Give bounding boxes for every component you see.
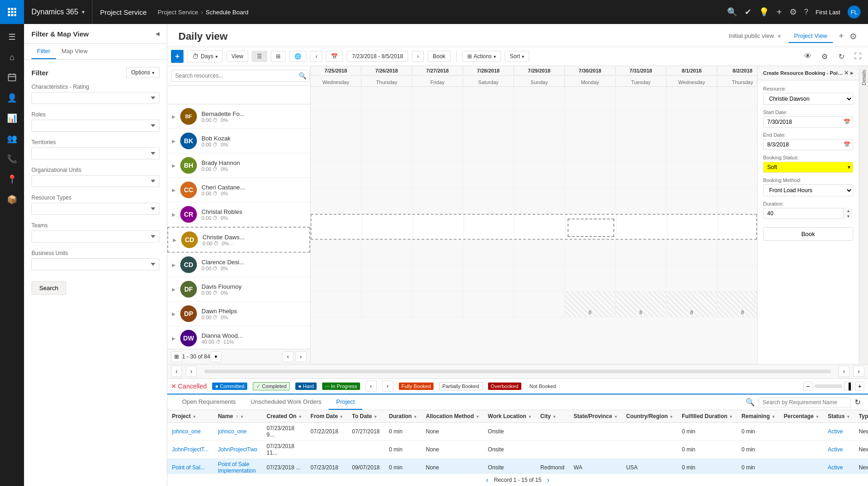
status-link[interactable]: Active [828,464,843,471]
col-created-filter-icon[interactable]: ▾ [299,414,301,419]
booking-status-chevron-icon[interactable]: ▾ [848,164,850,170]
waffle-button[interactable] [0,0,24,24]
booking-method-select[interactable]: Front Load Hours [763,184,853,196]
add-view-tab[interactable]: + [835,30,848,43]
col-to-date[interactable]: To Date ▾ [347,410,384,423]
tab-map-view[interactable]: Map View [56,44,93,59]
col-alloc-method[interactable]: Allocation Method ▾ [421,410,483,423]
filter-teams-select[interactable] [31,231,159,243]
col-remaining[interactable]: Remaining ▾ [737,410,779,423]
sidebar-contacts-icon[interactable]: 👤 [2,89,22,107]
search-button[interactable]: Search [31,281,66,295]
expand-arrow-icon[interactable]: ▶ [172,336,176,341]
collapse-button[interactable]: ▾ [210,351,221,362]
booking-panel-expand-icon[interactable]: ▸ [850,70,853,76]
requirement-search-input[interactable] [758,397,851,407]
project-link[interactable]: JohnProjectT... [172,446,208,453]
sidebar-box-icon[interactable]: 📦 [2,190,22,209]
resource-item[interactable]: ▶ BK Bob Kozak 0:00 ⏱ 0% [167,129,310,153]
sort-button[interactable]: Sort ▾ [505,51,529,62]
col-city-filter-icon[interactable]: ▾ [553,414,556,419]
view-button[interactable]: View [226,51,249,62]
view-settings-icon[interactable]: ⚙ [850,31,857,42]
next-record-btn[interactable]: › [545,476,551,484]
close-initial-public-view[interactable]: ✕ [777,34,781,39]
col-work-filter-icon[interactable]: ▾ [529,414,531,419]
calendar-end-icon[interactable]: 📅 [844,141,850,148]
filter-options-button[interactable]: Options ▾ [126,67,159,78]
name-link[interactable]: JohnProjectTwo [218,446,257,453]
col-from-filter-icon[interactable]: ▾ [340,414,342,419]
details-label[interactable]: Details [861,70,867,85]
expand-arrow-icon[interactable]: ▶ [172,262,176,267]
actions-button[interactable]: ⊞ Actions ▾ [462,51,501,62]
expand-button[interactable]: ⛶ [851,50,864,63]
next-legend-btn[interactable]: › [382,381,393,392]
next-page-nav-btn[interactable]: › [853,366,864,377]
sidebar-chart-icon[interactable]: 📊 [2,109,22,128]
booking-panel-close-icon[interactable]: ✕ [844,70,849,76]
globe-view-button[interactable]: 🌐 [289,51,306,62]
lightbulb-icon[interactable]: 💡 [759,7,769,17]
col-to-filter-icon[interactable]: ▾ [374,414,377,419]
list-view-button[interactable]: ☰ [252,51,267,62]
resource-item[interactable]: ▶ DF Davis Flournoy 0:00 ⏱ 0% [167,277,310,302]
name-link[interactable]: Point of Sale Implementation [218,461,256,474]
col-from-date[interactable]: From Date ▾ [306,410,348,423]
col-city[interactable]: City ▾ [536,410,569,423]
add-icon[interactable]: + [776,7,782,18]
expand-arrow-icon[interactable]: ▶ [172,114,176,119]
col-state[interactable]: State/Province ▾ [569,410,622,423]
col-type[interactable]: Type ▾ [854,410,868,423]
calendar-button[interactable]: 📅 [326,51,343,62]
refresh-button[interactable]: ↻ [835,50,848,63]
tab-initial-public-view[interactable]: Initial public view ✕ [723,30,787,43]
col-state-filter-icon[interactable]: ▾ [615,414,617,419]
tab-open-requirements[interactable]: Open Requirements [175,395,243,410]
zoom-in-plus-btn[interactable]: + [855,382,864,391]
table-row-selected[interactable]: Point of Sal... Point of Sale Implementa… [167,459,868,474]
sidebar-menu-icon[interactable]: ☰ [2,28,22,46]
col-created-on[interactable]: Created On ▾ [262,410,306,423]
col-fulfilled[interactable]: Fulfilled Duration ▾ [677,410,737,423]
circle-check-icon[interactable]: ✔ [745,7,752,17]
duration-increment-btn[interactable]: ▲ [844,208,853,213]
next-resource-btn[interactable]: › [186,366,197,377]
project-link[interactable]: johnco_one [172,428,201,435]
settings-icon[interactable]: ⚙ [789,7,797,17]
col-status-filter-icon[interactable]: ▾ [847,414,850,419]
expand-arrow-icon[interactable]: ▶ [172,163,176,168]
expand-arrow-icon[interactable]: ▶ [173,237,177,243]
sidebar-phone-icon[interactable]: 📞 [2,150,22,168]
calendar-start-icon[interactable]: 📅 [844,119,850,125]
table-row[interactable]: johnco_one johnco_one 07/23/2018 9... 07… [167,423,868,441]
expand-arrow-icon[interactable]: ▶ [172,212,176,217]
expand-all-button[interactable]: ⊞ [171,351,182,362]
sidebar-activities-icon[interactable] [2,68,22,87]
tab-project-view[interactable]: Project View [789,30,833,43]
resource-item[interactable]: ▶ CR Christal Robles 0:00 ⏱ 0% [167,202,310,227]
booking-end-date-input[interactable] [763,139,853,150]
tab-project[interactable]: Project [329,395,362,410]
filter-roles-select[interactable] [31,120,159,132]
zoom-in-btn[interactable]: ▐ [844,382,853,391]
help-icon[interactable]: ? [804,8,808,16]
eye-icon-button[interactable]: 👁 [801,50,814,63]
next-page-btn[interactable]: › [295,351,306,362]
prev-page-btn[interactable]: ‹ [282,351,293,362]
duration-decrement-btn[interactable]: ▼ [844,213,853,219]
col-work-location[interactable]: Work Location ▾ [483,410,536,423]
resource-item[interactable]: ▶ BH Brady Hannon 0:00 ⏱ 0% [167,153,310,178]
col-country[interactable]: Country/Region ▾ [622,410,677,423]
zoom-slider[interactable] [814,384,842,388]
prev-resource-btn[interactable]: ‹ [171,366,182,377]
prev-date-button[interactable]: ‹ [310,51,322,62]
col-duration-filter-icon[interactable]: ▾ [414,414,416,419]
col-project-filter-icon[interactable]: ▾ [193,414,196,419]
filter-settings-button[interactable]: ⚙ [818,50,831,63]
status-link[interactable]: Active [828,446,843,453]
resource-item[interactable]: ▶ CC Cheri Castane... 0:00 ⏱ 0% [167,178,310,202]
booking-duration-input[interactable] [763,208,853,219]
prev-legend-btn[interactable]: ‹ [366,381,377,392]
resource-item[interactable]: ▶ CD Clarence Desi... 0:00 ⏱ 0% [167,253,310,277]
